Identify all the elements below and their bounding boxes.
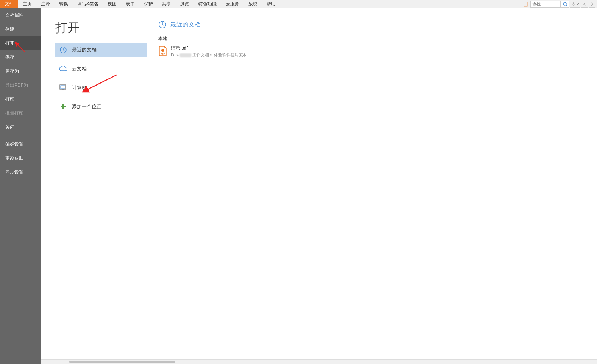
menu-help[interactable]: 帮助 xyxy=(262,0,280,8)
menu-cloud[interactable]: 云服务 xyxy=(221,0,244,8)
monitor-icon xyxy=(59,84,67,92)
svg-rect-8 xyxy=(61,86,65,89)
sidebar-item-open[interactable]: 打开 xyxy=(0,36,41,50)
search-button[interactable] xyxy=(561,1,569,8)
menubar: 文件 主页 注释 转换 填写&签名 视图 表单 保护 共享 浏览 特色功能 云服… xyxy=(0,0,597,8)
svg-point-10 xyxy=(161,49,164,52)
svg-text:PDF: PDF xyxy=(161,53,165,55)
sidebar-item-save[interactable]: 保存 xyxy=(0,50,41,64)
doc-info: 演示.pdf D: » 工作文档 » 体验软件使用素材 xyxy=(171,45,247,58)
sidebar-item-exportpdf[interactable]: 导出PDF为 xyxy=(0,78,41,92)
svg-point-5 xyxy=(573,3,574,5)
menu-convert[interactable]: 转换 xyxy=(55,0,73,8)
plus-icon xyxy=(59,103,67,111)
nav-prev-icon[interactable] xyxy=(581,1,588,8)
sidebar-item-preferences[interactable]: 偏好设置 xyxy=(0,137,41,151)
sidebar-item-create[interactable]: 创建 xyxy=(0,22,41,36)
sidebar-item-sync[interactable]: 同步设置 xyxy=(0,165,41,179)
sidebar-item-skin[interactable]: 更改皮肤 xyxy=(0,151,41,165)
content-area: 文档属性 创建 打开 保存 另存为 导出PDF为 打印 批量打印 关闭 偏好设置… xyxy=(0,8,597,364)
details-header-title: 最近的文档 xyxy=(170,21,201,29)
menu-protect[interactable]: 保护 xyxy=(139,0,157,8)
sidebar-item-batchprint[interactable]: 批量打印 xyxy=(0,106,41,120)
source-computer[interactable]: 计算机 xyxy=(55,81,147,95)
menu-view[interactable]: 视图 xyxy=(103,0,121,8)
menu-fillsign[interactable]: 填写&签名 xyxy=(73,0,103,8)
menu-browse[interactable]: 浏览 xyxy=(176,0,194,8)
doc-path: D: » 工作文档 » 体验软件使用素材 xyxy=(171,52,247,58)
svg-line-4 xyxy=(566,5,567,6)
sidebar-item-docprops[interactable]: 文档属性 xyxy=(0,8,41,22)
source-label: 最近的文档 xyxy=(72,47,97,53)
clock-icon xyxy=(158,20,167,29)
svg-rect-0 xyxy=(524,2,527,6)
menu-form[interactable]: 表单 xyxy=(121,0,139,8)
menu-annotate[interactable]: 注释 xyxy=(36,0,55,8)
source-addlocation[interactable]: 添加一个位置 xyxy=(55,100,147,114)
menu-play[interactable]: 放映 xyxy=(244,0,262,8)
gear-icon[interactable] xyxy=(570,1,580,8)
open-sources-panel: 打开 最近的文档 云文档 计算机 添加一个位置 xyxy=(41,8,151,364)
window-left-border xyxy=(0,8,0,364)
recent-docs-panel: 最近的文档 本地 PDF 演示.pdf D: » 工作文档 » 体验软件使用素材 xyxy=(151,8,597,364)
sidebar-item-close[interactable]: 关闭 xyxy=(0,120,41,134)
recent-doc-item[interactable]: PDF 演示.pdf D: » 工作文档 » 体验软件使用素材 xyxy=(158,44,589,59)
menu-home[interactable]: 主页 xyxy=(18,0,36,8)
source-label: 云文档 xyxy=(72,65,87,72)
pdf-file-icon: PDF xyxy=(158,46,167,56)
doc-search-icon[interactable] xyxy=(523,1,530,8)
svg-point-3 xyxy=(563,2,566,5)
sidebar: 文档属性 创建 打开 保存 另存为 导出PDF为 打印 批量打印 关闭 偏好设置… xyxy=(0,8,41,364)
source-label: 计算机 xyxy=(72,84,87,91)
clock-icon xyxy=(59,46,67,54)
source-label: 添加一个位置 xyxy=(72,103,101,110)
menu-file[interactable]: 文件 xyxy=(0,0,18,8)
panel-title: 打开 xyxy=(55,20,147,36)
source-recent[interactable]: 最近的文档 xyxy=(55,43,147,57)
redacted-segment xyxy=(180,53,191,57)
cloud-icon xyxy=(59,65,67,73)
details-header: 最近的文档 xyxy=(158,20,589,29)
menu-share[interactable]: 共享 xyxy=(157,0,176,8)
horizontal-scrollbar[interactable] xyxy=(41,359,597,364)
menu-special[interactable]: 特色功能 xyxy=(194,0,221,8)
section-local: 本地 xyxy=(158,36,589,42)
menubar-right xyxy=(523,0,597,8)
sidebar-divider xyxy=(0,134,41,137)
sidebar-item-print[interactable]: 打印 xyxy=(0,92,41,106)
svg-line-2 xyxy=(528,6,528,6)
doc-name: 演示.pdf xyxy=(171,45,247,51)
search-input[interactable] xyxy=(530,1,561,8)
nav-next-icon[interactable] xyxy=(589,1,595,8)
sidebar-item-saveas[interactable]: 另存为 xyxy=(0,64,41,78)
source-cloud[interactable]: 云文档 xyxy=(55,62,147,76)
scrollbar-thumb[interactable] xyxy=(69,361,175,363)
